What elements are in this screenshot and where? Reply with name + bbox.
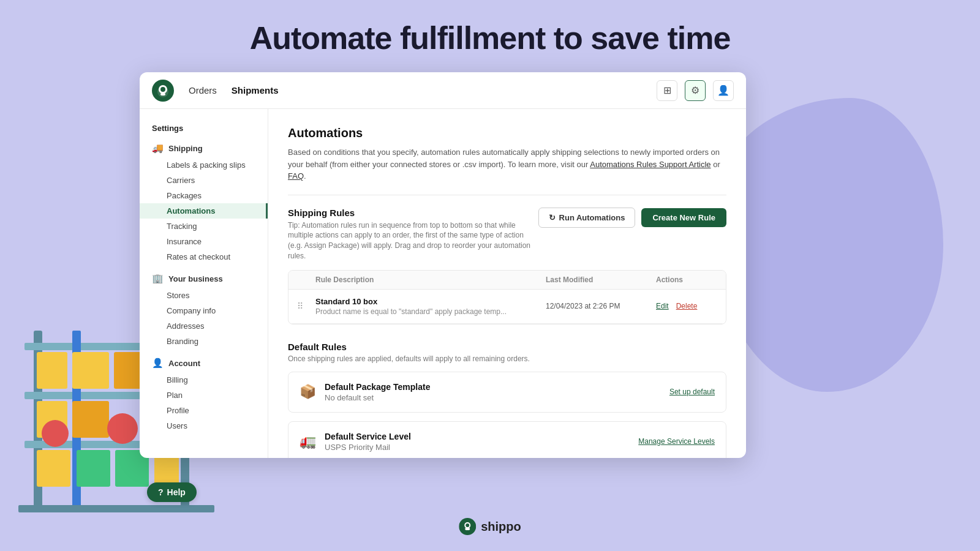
- svg-rect-27: [465, 528, 470, 530]
- footer-logo-text: shippo: [481, 520, 521, 534]
- automation-rules-link[interactable]: Automations Rules Support Article: [590, 160, 710, 169]
- rule-date: 12/04/2023 at 2:26 PM: [546, 302, 656, 310]
- svg-point-12: [42, 420, 69, 447]
- person-icon: 👤: [152, 358, 164, 369]
- sidebar-item-carriers[interactable]: Carriers: [140, 173, 268, 188]
- page-headline: Automate fulfillment to save time: [0, 0, 980, 71]
- grid-icon-btn[interactable]: ⊞: [657, 80, 677, 101]
- svg-rect-11: [72, 401, 109, 438]
- svg-point-13: [107, 413, 138, 444]
- sidebar-section-title: Settings: [140, 124, 268, 139]
- app-window: Orders Shipments ⊞ ⚙ 👤 Settings 🚚 Shippi…: [140, 72, 746, 458]
- col-last-modified: Last Modified: [546, 276, 656, 284]
- section-divider: [288, 195, 726, 195]
- truck-icon: 🚚: [152, 143, 164, 154]
- help-button[interactable]: ? Help: [147, 482, 197, 502]
- footer-logo: shippo: [459, 518, 521, 535]
- default-rules-title: Default Rules: [288, 342, 726, 352]
- rule-details: Standard 10 box Product name is equal to…: [315, 297, 546, 316]
- default-rules-section: Default Rules Once shipping rules are ap…: [288, 342, 726, 458]
- help-icon: ?: [158, 487, 164, 497]
- sidebar-item-rates[interactable]: Rates at checkout: [140, 249, 268, 264]
- set-up-default-link[interactable]: Set up default: [669, 388, 715, 396]
- sidebar-item-insurance[interactable]: Insurance: [140, 234, 268, 249]
- app-body: Settings 🚚 Shipping Labels & packing sli…: [140, 109, 746, 458]
- shipping-rules-tip: Tip: Automation rules run in sequence fr…: [288, 220, 538, 261]
- sidebar-group-header-account[interactable]: 👤 Account: [140, 354, 268, 372]
- shipping-rules-header: Shipping Rules Tip: Automation rules run…: [288, 208, 726, 261]
- sidebar-item-users[interactable]: Users: [140, 418, 268, 433]
- sidebar-item-tracking[interactable]: Tracking: [140, 219, 268, 234]
- shipping-group-label: Shipping: [168, 144, 203, 153]
- edit-rule-link[interactable]: Edit: [656, 302, 669, 310]
- sidebar-item-company-info[interactable]: Company info: [140, 303, 268, 318]
- sidebar-item-packages[interactable]: Packages: [140, 188, 268, 203]
- sidebar-item-stores[interactable]: Stores: [140, 288, 268, 303]
- svg-rect-14: [37, 450, 70, 487]
- rule-name: Standard 10 box: [315, 297, 546, 306]
- nav-orders[interactable]: Orders: [189, 83, 217, 98]
- shippo-footer-logo-icon: [459, 518, 476, 535]
- top-nav: Orders Shipments ⊞ ⚙ 👤: [140, 72, 746, 109]
- nav-icons: ⊞ ⚙ 👤: [657, 80, 734, 101]
- sidebar-item-automations[interactable]: Automations: [140, 203, 268, 219]
- sidebar-item-billing[interactable]: Billing: [140, 372, 268, 388]
- table-header: Rule Description Last Modified Actions: [288, 271, 726, 290]
- sidebar-item-branding[interactable]: Branding: [140, 334, 268, 349]
- rules-table: Rule Description Last Modified Actions ⠿…: [288, 270, 726, 324]
- default-service-info: Default Service Level USPS Priority Mail: [325, 432, 630, 452]
- service-truck-icon: 🚛: [300, 433, 316, 449]
- gear-icon-btn[interactable]: ⚙: [685, 80, 706, 101]
- rule-action-links: Edit Delete: [656, 302, 717, 310]
- building-icon: 🏢: [152, 273, 164, 284]
- table-row: ⠿ Standard 10 box Product name is equal …: [288, 290, 726, 324]
- svg-point-22: [160, 87, 165, 92]
- sidebar-group-header-your-business[interactable]: 🏢 Your business: [140, 269, 268, 288]
- manage-service-levels-link[interactable]: Manage Service Levels: [638, 437, 715, 446]
- rule-description: Product name is equal to "standard" appl…: [315, 307, 546, 316]
- sidebar-item-addresses[interactable]: Addresses: [140, 318, 268, 334]
- rules-actions: ↻ Run Automations Create New Rule: [538, 208, 726, 228]
- package-icon: 📦: [300, 384, 316, 400]
- svg-rect-7: [72, 352, 109, 389]
- automations-description: Based on conditions that you specify, au…: [288, 146, 726, 182]
- drag-handle[interactable]: ⠿: [297, 301, 315, 311]
- your-business-label: Your business: [168, 274, 223, 283]
- default-rules-description: Once shipping rules are applied, default…: [288, 354, 726, 363]
- faq-link[interactable]: FAQ: [288, 171, 304, 181]
- default-service-name: Default Service Level: [325, 432, 630, 441]
- default-package-info: Default Package Template No default set: [325, 382, 661, 402]
- sidebar-group-shipping: 🚚 Shipping Labels & packing slips Carrie…: [140, 139, 268, 264]
- refresh-icon: ↻: [549, 213, 556, 222]
- nav-shipments[interactable]: Shipments: [232, 83, 279, 98]
- svg-rect-6: [37, 352, 67, 389]
- svg-point-26: [466, 523, 469, 527]
- default-package-name: Default Package Template: [325, 382, 661, 392]
- run-automations-button[interactable]: ↻ Run Automations: [538, 208, 636, 228]
- sidebar-group-account: 👤 Account Billing Plan Profile Users: [140, 354, 268, 433]
- sidebar-item-profile[interactable]: Profile: [140, 403, 268, 418]
- sidebar-item-plan[interactable]: Plan: [140, 388, 268, 403]
- col-actions: Actions: [656, 276, 717, 284]
- default-service-card: 🚛 Default Service Level USPS Priority Ma…: [288, 421, 726, 458]
- user-icon-btn[interactable]: 👤: [713, 80, 734, 101]
- svg-rect-18: [18, 505, 214, 512]
- sidebar-group-header-shipping[interactable]: 🚚 Shipping: [140, 139, 268, 157]
- shipping-rules-title: Shipping Rules: [288, 208, 538, 218]
- default-package-value: No default set: [325, 393, 661, 402]
- sidebar-item-labels[interactable]: Labels & packing slips: [140, 157, 268, 173]
- create-rule-button[interactable]: Create New Rule: [641, 208, 726, 227]
- delete-rule-link[interactable]: Delete: [676, 302, 698, 310]
- default-service-value: USPS Priority Mail: [325, 443, 630, 452]
- rules-left: Shipping Rules Tip: Automation rules run…: [288, 208, 538, 261]
- sidebar-group-your-business: 🏢 Your business Stores Company info Addr…: [140, 269, 268, 349]
- account-label: Account: [168, 359, 200, 368]
- main-content: Automations Based on conditions that you…: [268, 109, 746, 458]
- sidebar: Settings 🚚 Shipping Labels & packing sli…: [140, 109, 268, 458]
- default-package-card: 📦 Default Package Template No default se…: [288, 372, 726, 413]
- svg-rect-15: [77, 450, 110, 487]
- automations-title: Automations: [288, 126, 726, 140]
- shippo-logo: [152, 80, 174, 102]
- nav-links: Orders Shipments: [189, 83, 657, 98]
- col-description: Rule Description: [315, 276, 546, 284]
